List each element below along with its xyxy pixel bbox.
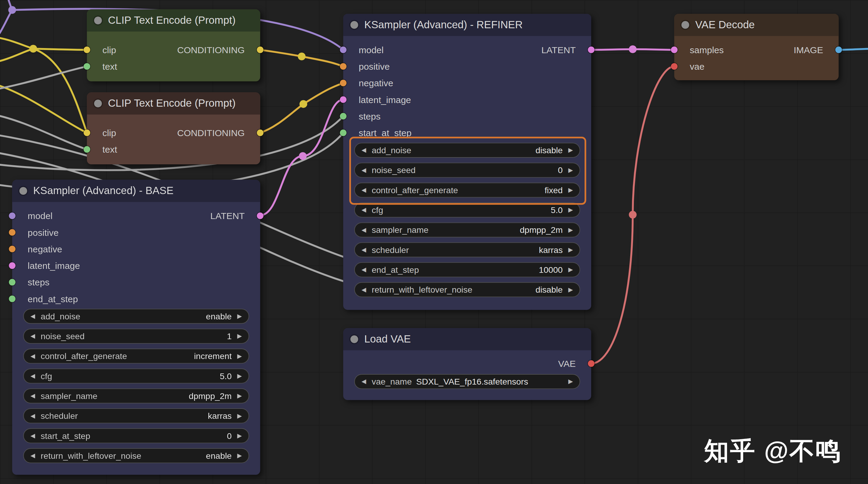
arrow-left-icon[interactable]: ◀: [30, 373, 35, 380]
widget-vae-name[interactable]: ◀ vae_name SDXL_VAE_fp16.safetensors ▶: [354, 374, 580, 389]
node-ksampler-advanced-refiner[interactable]: KSampler (Advanced) - REFINER model LATE…: [343, 14, 591, 310]
input-slot-model[interactable]: model: [343, 43, 383, 57]
node-clip-text-encode-positive[interactable]: CLIP Text Encode (Prompt) clip CONDITION…: [87, 9, 260, 81]
arrow-right-icon[interactable]: ▶: [237, 412, 242, 419]
output-slot-conditioning[interactable]: CONDITIONING: [177, 43, 260, 57]
widget-cfg[interactable]: ◀ cfg 5.0 ▶: [23, 368, 249, 384]
arrow-left-icon[interactable]: ◀: [362, 266, 366, 273]
latent-slot-dot[interactable]: [257, 213, 264, 219]
arrow-right-icon[interactable]: ▶: [237, 452, 242, 459]
clip-slot-dot[interactable]: [84, 129, 90, 136]
reroute-dot[interactable]: [629, 45, 637, 53]
latent-slot-dot[interactable]: [9, 262, 15, 269]
clip-slot-dot[interactable]: [84, 46, 90, 53]
reroute-dot[interactable]: [299, 152, 307, 160]
input-slot-vae[interactable]: vae: [674, 59, 705, 74]
node-vae-decode[interactable]: VAE Decode samples IMAGE vae: [674, 14, 839, 80]
input-slot-latent-image[interactable]: latent_image: [343, 93, 411, 107]
collapse-icon[interactable]: [350, 21, 358, 29]
arrow-right-icon[interactable]: ▶: [237, 432, 242, 439]
reroute-dot[interactable]: [629, 211, 637, 219]
collapse-icon[interactable]: [350, 335, 358, 343]
conditioning-slot-dot[interactable]: [9, 246, 15, 252]
widget-control-after-generate[interactable]: ◀ control_after_generate increment ▶: [23, 349, 249, 363]
widget-noise-seed[interactable]: ◀ noise_seed 0 ▶: [354, 163, 580, 178]
arrow-right-icon[interactable]: ▶: [568, 246, 573, 254]
reroute-dot[interactable]: [8, 6, 16, 14]
node-header[interactable]: VAE Decode: [674, 14, 839, 36]
input-slot-positive[interactable]: positive: [343, 59, 390, 74]
widget-sampler-name[interactable]: ◀ sampler_name dpmpp_2m ▶: [354, 222, 580, 237]
widget-return-with-leftover-noise[interactable]: ◀ return_with_leftover_noise disable ▶: [354, 282, 580, 297]
arrow-right-icon[interactable]: ▶: [568, 286, 573, 293]
arrow-right-icon[interactable]: ▶: [568, 266, 573, 273]
arrow-left-icon[interactable]: ◀: [362, 187, 366, 194]
collapse-icon[interactable]: [94, 100, 102, 107]
reroute-dot[interactable]: [29, 45, 37, 53]
arrow-right-icon[interactable]: ▶: [568, 378, 573, 385]
input-slot-text[interactable]: text: [87, 142, 117, 157]
input-slot-clip[interactable]: clip: [87, 126, 116, 140]
node-header[interactable]: KSampler (Advanced) - REFINER: [343, 14, 591, 36]
latent-slot-dot[interactable]: [671, 46, 677, 53]
conditioning-slot-dot[interactable]: [257, 129, 264, 136]
reroute-dot[interactable]: [299, 100, 307, 108]
widget-sampler-name[interactable]: ◀ sampler_name dpmpp_2m ▶: [23, 388, 249, 404]
collapse-icon[interactable]: [19, 187, 27, 195]
conditioning-slot-dot[interactable]: [340, 63, 346, 70]
widget-noise-seed[interactable]: ◀ noise_seed 1 ▶: [23, 329, 249, 344]
node-header[interactable]: Load VAE: [343, 328, 591, 350]
arrow-right-icon[interactable]: ▶: [568, 166, 573, 174]
conditioning-slot-dot[interactable]: [340, 79, 346, 86]
node-header[interactable]: KSampler (Advanced) - BASE: [12, 180, 260, 202]
arrow-left-icon[interactable]: ◀: [30, 332, 35, 340]
conditioning-slot-dot[interactable]: [9, 229, 15, 236]
arrow-right-icon[interactable]: ▶: [568, 187, 573, 194]
node-ksampler-advanced-base[interactable]: KSampler (Advanced) - BASE model LATENT …: [12, 180, 260, 475]
model-slot-dot[interactable]: [9, 213, 15, 219]
image-slot-dot[interactable]: [835, 46, 842, 53]
arrow-left-icon[interactable]: ◀: [30, 352, 35, 360]
node-header[interactable]: CLIP Text Encode (Prompt): [87, 9, 260, 32]
widget-add-noise[interactable]: ◀ add_noise enable ▶: [23, 309, 249, 324]
input-slot-samples[interactable]: samples: [674, 43, 724, 57]
output-slot-vae[interactable]: VAE: [558, 356, 591, 371]
arrow-left-icon[interactable]: ◀: [30, 313, 35, 320]
arrow-right-icon[interactable]: ▶: [568, 206, 573, 214]
widget-cfg[interactable]: ◀ cfg 5.0 ▶: [354, 202, 580, 218]
node-clip-text-encode-negative[interactable]: CLIP Text Encode (Prompt) clip CONDITION…: [87, 93, 260, 164]
input-slot-negative[interactable]: negative: [343, 76, 393, 90]
graph-canvas[interactable]: CLIP Text Encode (Prompt) clip CONDITION…: [0, 0, 868, 484]
input-slot-end-at-step[interactable]: end_at_step: [12, 292, 78, 306]
int-slot-dot[interactable]: [9, 279, 15, 285]
conditioning-slot-dot[interactable]: [257, 46, 264, 53]
output-slot-latent[interactable]: LATENT: [541, 43, 591, 57]
int-slot-dot[interactable]: [340, 113, 346, 120]
latent-slot-dot[interactable]: [588, 46, 594, 53]
arrow-left-icon[interactable]: ◀: [30, 452, 35, 459]
input-slot-negative[interactable]: negative: [12, 242, 62, 256]
node-load-vae[interactable]: Load VAE VAE ◀ vae_name SDXL_VAE_fp16.sa…: [343, 328, 591, 400]
arrow-left-icon[interactable]: ◀: [30, 432, 35, 439]
arrow-left-icon[interactable]: ◀: [30, 412, 35, 419]
input-slot-steps[interactable]: steps: [343, 109, 380, 124]
input-slot-steps[interactable]: steps: [12, 275, 50, 289]
input-slot-clip[interactable]: clip: [87, 43, 116, 57]
arrow-left-icon[interactable]: ◀: [362, 286, 366, 293]
arrow-left-icon[interactable]: ◀: [362, 226, 366, 233]
vae-slot-dot[interactable]: [671, 63, 677, 70]
input-slot-start-at-step[interactable]: start_at_step: [343, 126, 411, 140]
arrow-right-icon[interactable]: ▶: [237, 373, 242, 380]
arrow-right-icon[interactable]: ▶: [237, 352, 242, 360]
arrow-left-icon[interactable]: ◀: [362, 246, 366, 254]
widget-start-at-step[interactable]: ◀ start_at_step 0 ▶: [23, 428, 249, 444]
widget-control-after-generate[interactable]: ◀ control_after_generate fixed ▶: [354, 183, 580, 198]
arrow-right-icon[interactable]: ▶: [237, 332, 242, 340]
text-slot-dot[interactable]: [84, 63, 90, 70]
widget-end-at-step[interactable]: ◀ end_at_step 10000 ▶: [354, 262, 580, 277]
widget-scheduler[interactable]: ◀ scheduler karras ▶: [354, 243, 580, 257]
node-header[interactable]: CLIP Text Encode (Prompt): [87, 93, 260, 115]
arrow-left-icon[interactable]: ◀: [362, 378, 366, 385]
input-slot-model[interactable]: model: [12, 208, 53, 223]
int-slot-dot[interactable]: [340, 129, 346, 136]
